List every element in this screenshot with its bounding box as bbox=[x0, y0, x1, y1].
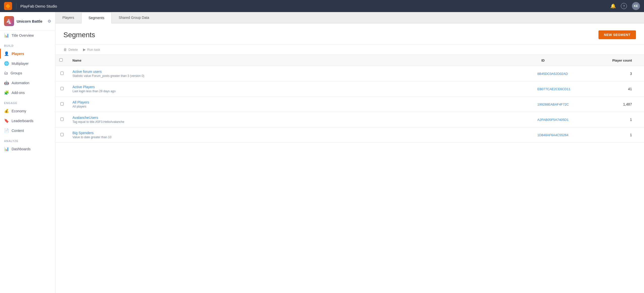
settings-icon[interactable]: ⚙ bbox=[48, 19, 51, 24]
sidebar-item-players[interactable]: 👤 Players bbox=[0, 49, 55, 59]
segments-table: Name ID Player count Active forum users … bbox=[55, 55, 644, 143]
row-checkbox-cell bbox=[55, 97, 68, 112]
row-checkbox-2[interactable] bbox=[60, 102, 64, 106]
row-checkbox-cell bbox=[55, 81, 68, 97]
sidebar-item-groups[interactable]: 🗂 Groups bbox=[0, 68, 55, 78]
sidebar-header: 🦄 Unicorn Battle ⚙ bbox=[0, 12, 55, 30]
app-layout: 🦄 Unicorn Battle ⚙ 📊 Title Overview BUIL… bbox=[0, 12, 644, 293]
row-checkbox-3[interactable] bbox=[60, 118, 64, 121]
row-id-cell[interactable]: A2FAB05F5A7405D1 bbox=[533, 112, 599, 127]
row-description: All players bbox=[72, 105, 529, 108]
economy-label: Economy bbox=[12, 109, 26, 113]
nav-divider bbox=[16, 3, 16, 9]
tab-players[interactable]: Players bbox=[55, 12, 81, 23]
tab-segments[interactable]: Segments bbox=[81, 12, 112, 23]
segment-name-link[interactable]: Active forum users bbox=[72, 70, 529, 74]
row-checkbox-cell bbox=[55, 127, 68, 143]
table-row: Active Players Last login less than 28 d… bbox=[55, 81, 644, 97]
new-segment-button[interactable]: NEW SEGMENT bbox=[598, 30, 636, 39]
top-nav: 🔶 PlayFab Demo Studio 🔔 ? KE bbox=[0, 0, 644, 12]
row-checkbox-1[interactable] bbox=[60, 87, 64, 90]
row-checkbox-4[interactable] bbox=[60, 133, 64, 136]
tab-bar: Players Segments Shared Group Data bbox=[55, 12, 644, 23]
engage-section-label: ENGAGE bbox=[0, 97, 55, 106]
run-task-button[interactable]: ▶ Run task bbox=[83, 47, 100, 52]
row-player-count: 1 bbox=[599, 127, 644, 143]
sidebar-item-addons[interactable]: 🧩 Add-ons bbox=[0, 88, 55, 97]
notification-icon[interactable]: 🔔 bbox=[610, 3, 616, 9]
row-checkbox-0[interactable] bbox=[60, 72, 64, 75]
dashboards-label: Dashboards bbox=[12, 147, 31, 151]
sidebar-item-dashboards[interactable]: 📊 Dashboards bbox=[0, 144, 55, 154]
sidebar: 🦄 Unicorn Battle ⚙ 📊 Title Overview BUIL… bbox=[0, 12, 55, 293]
segment-name-link[interactable]: Big Spenders bbox=[72, 131, 529, 135]
select-all-checkbox[interactable] bbox=[59, 58, 63, 62]
title-overview-label: Title Overview bbox=[12, 33, 34, 37]
segments-table-wrapper: Name ID Player count Active forum users … bbox=[55, 55, 644, 143]
row-description: Last login less than 28 days ago bbox=[72, 89, 529, 93]
segment-name-link[interactable]: AvalancheUsers bbox=[72, 116, 529, 120]
tab-shared-group-data[interactable]: Shared Group Data bbox=[112, 12, 156, 23]
app-name: Unicorn Battle bbox=[17, 19, 43, 23]
app-logo: 🦄 bbox=[4, 16, 14, 26]
row-player-count: 1,487 bbox=[599, 97, 644, 112]
dashboards-icon: 📊 bbox=[4, 146, 9, 151]
header-checkbox-cell bbox=[55, 55, 68, 66]
segments-header: Segments NEW SEGMENT bbox=[55, 23, 644, 44]
content-label: Content bbox=[12, 129, 24, 133]
table-row: AvalancheUsers Tag equal to title.A5F3.H… bbox=[55, 112, 644, 127]
header-player-count: Player count bbox=[599, 55, 644, 66]
row-id-cell[interactable]: 1D848AF6A4C55264 bbox=[533, 127, 599, 143]
row-name-cell: AvalancheUsers Tag equal to title.A5F3.H… bbox=[68, 112, 533, 127]
row-name-cell: All Players All players bbox=[68, 97, 533, 112]
players-label: Players bbox=[12, 52, 24, 56]
addons-label: Add-ons bbox=[12, 91, 25, 95]
groups-icon: 🗂 bbox=[4, 71, 8, 75]
row-checkbox-cell bbox=[55, 66, 68, 81]
segment-name-link[interactable]: Active Players bbox=[72, 85, 529, 89]
sidebar-item-multiplayer[interactable]: 🌐 Multiplayer bbox=[0, 59, 55, 68]
sidebar-item-economy[interactable]: 💰 Economy bbox=[0, 106, 55, 116]
play-icon: ▶ bbox=[83, 47, 86, 52]
trash-icon: 🗑 bbox=[63, 47, 67, 52]
row-name-cell: Big Spenders Value to date greater than … bbox=[68, 127, 533, 143]
main-content: Players Segments Shared Group Data Segme… bbox=[55, 12, 644, 293]
row-name-cell: Active Players Last login less than 28 d… bbox=[68, 81, 533, 97]
delete-button[interactable]: 🗑 Delete bbox=[63, 47, 78, 52]
delete-label: Delete bbox=[68, 48, 78, 52]
row-description: Statistic value Forum_posts greater than… bbox=[72, 74, 529, 78]
run-task-label: Run task bbox=[87, 48, 100, 52]
row-player-count: 3 bbox=[599, 66, 644, 81]
automation-icon: 🤖 bbox=[4, 80, 9, 85]
row-id-cell[interactable]: 199288EABAF4F72C bbox=[533, 97, 599, 112]
sidebar-item-automation[interactable]: 🤖 Automation bbox=[0, 78, 55, 88]
bar-chart-icon: 📊 bbox=[4, 33, 9, 38]
row-description: Value to date greater than 10 bbox=[72, 135, 529, 139]
sidebar-item-content[interactable]: 📄 Content bbox=[0, 126, 55, 135]
user-avatar[interactable]: KE bbox=[632, 2, 640, 10]
help-icon[interactable]: ? bbox=[621, 3, 627, 9]
row-name-cell: Active forum users Statistic value Forum… bbox=[68, 66, 533, 81]
economy-icon: 💰 bbox=[4, 109, 9, 113]
sidebar-item-title-overview[interactable]: 📊 Title Overview bbox=[0, 30, 55, 40]
players-icon: 👤 bbox=[4, 51, 9, 56]
row-checkbox-cell bbox=[55, 112, 68, 127]
sidebar-item-leaderboards[interactable]: 🔖 Leaderboards bbox=[0, 116, 55, 126]
leaderboards-label: Leaderboards bbox=[12, 119, 33, 123]
content-icon: 📄 bbox=[4, 128, 9, 133]
studio-title: PlayFab Demo Studio bbox=[20, 4, 57, 8]
table-row: All Players All players 199288EABAF4F72C… bbox=[55, 97, 644, 112]
groups-label: Groups bbox=[11, 71, 22, 75]
row-id-cell[interactable]: 8B45DC0A52D02AD bbox=[533, 66, 599, 81]
multiplayer-icon: 🌐 bbox=[4, 61, 9, 66]
row-player-count: 41 bbox=[599, 81, 644, 97]
automation-label: Automation bbox=[12, 81, 29, 85]
row-player-count: 1 bbox=[599, 112, 644, 127]
addons-icon: 🧩 bbox=[4, 90, 9, 95]
playfab-logo: 🔶 bbox=[4, 2, 12, 10]
top-nav-actions: 🔔 ? KE bbox=[610, 2, 640, 10]
row-description: Tag equal to title.A5F3.HelloAvalanche bbox=[72, 120, 529, 124]
leaderboards-icon: 🔖 bbox=[4, 118, 9, 123]
segment-name-link[interactable]: All Players bbox=[72, 100, 529, 104]
row-id-cell[interactable]: EB077CAE2CE6CD11 bbox=[533, 81, 599, 97]
